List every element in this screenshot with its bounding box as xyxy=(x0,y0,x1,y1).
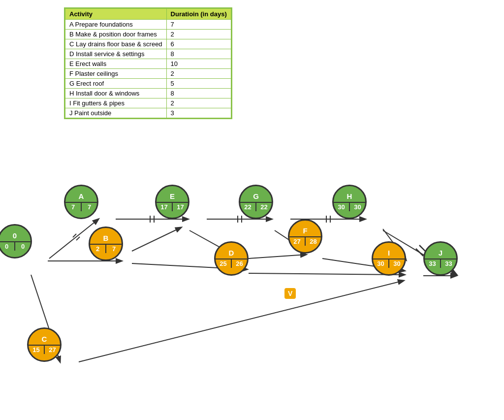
node-H-label: H xyxy=(347,193,352,201)
node-A: A 7 7 xyxy=(64,185,98,219)
node-C: C 15 27 xyxy=(27,327,62,362)
node-D: D 25 26 xyxy=(214,241,249,276)
svg-line-26 xyxy=(79,281,404,362)
node-B-v1: 2 xyxy=(90,245,106,253)
node-G-v2: 22 xyxy=(256,203,272,211)
svg-line-21 xyxy=(249,255,306,258)
node-E-v2: 17 xyxy=(173,203,188,211)
node-J-v2: 33 xyxy=(441,259,456,268)
col-activity: Activity xyxy=(65,9,167,20)
node-A-label: A xyxy=(79,193,84,201)
svg-line-15 xyxy=(416,249,423,256)
v-label: V xyxy=(284,288,296,299)
node-F: F 27 28 xyxy=(288,219,322,254)
node-A-v2: 7 xyxy=(82,203,97,211)
node-F-v1: 27 xyxy=(289,237,306,246)
node-C-v1: 15 xyxy=(29,346,45,354)
node-B-v2: 7 xyxy=(106,245,122,253)
node-J: J 33 33 xyxy=(423,241,458,276)
node-H-v1: 30 xyxy=(334,203,350,211)
node-start-v1: 0 xyxy=(0,242,15,251)
col-duration: Duratioin (in days) xyxy=(166,9,231,20)
svg-line-2 xyxy=(76,237,80,240)
node-start-label: 0 xyxy=(13,232,17,240)
node-D-v2: 26 xyxy=(232,259,247,268)
network-diagram: V 0 0 0 A 7 7 B 2 7 C 15 27 xyxy=(0,153,504,420)
node-C-v2: 27 xyxy=(45,346,60,354)
activity-table: Activity Duratioin (in days) A Prepare f… xyxy=(64,7,232,119)
node-J-label: J xyxy=(439,249,442,258)
node-E-label: E xyxy=(170,193,175,201)
node-G: G 22 22 xyxy=(239,185,273,219)
node-start-v2: 0 xyxy=(15,242,31,251)
node-G-v1: 22 xyxy=(240,203,256,211)
node-B: B 2 7 xyxy=(89,226,123,261)
node-A-v1: 7 xyxy=(65,203,82,211)
node-I-v1: 30 xyxy=(373,259,389,268)
node-I-v2: 30 xyxy=(389,259,405,268)
node-I-label: I xyxy=(388,249,390,258)
node-H-v2: 30 xyxy=(350,203,365,211)
node-E-v1: 17 xyxy=(157,203,173,211)
node-D-v1: 25 xyxy=(216,259,232,268)
node-F-v2: 28 xyxy=(306,237,321,246)
node-G-label: G xyxy=(253,193,259,201)
node-B-label: B xyxy=(103,234,109,243)
node-D-label: D xyxy=(229,249,234,258)
node-F-label: F xyxy=(303,227,307,235)
node-H: H 30 30 xyxy=(332,185,367,219)
node-E: E 17 17 xyxy=(155,185,189,219)
svg-line-17 xyxy=(132,227,181,251)
node-J-v1: 33 xyxy=(425,259,441,268)
node-C-label: C xyxy=(42,335,47,344)
node-I: I 30 30 xyxy=(372,241,406,276)
